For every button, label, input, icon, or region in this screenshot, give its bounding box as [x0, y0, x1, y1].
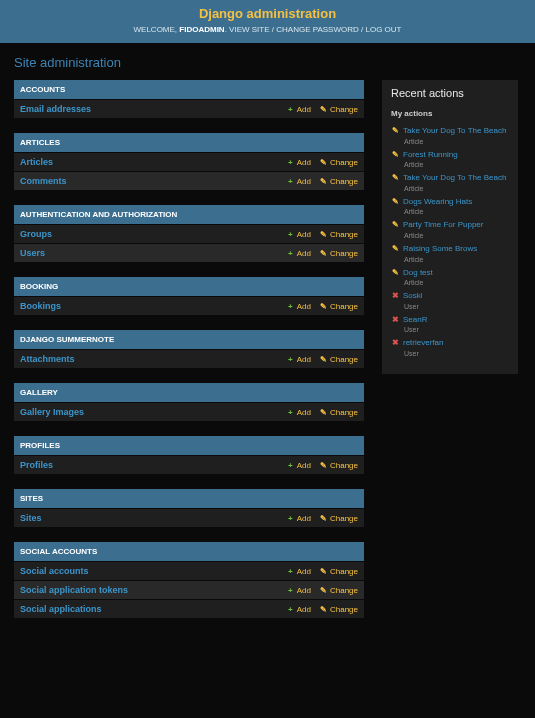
change-link[interactable]: ✎Change: [319, 249, 358, 258]
change-label: Change: [330, 177, 358, 186]
add-label: Add: [297, 586, 311, 595]
model-link[interactable]: Attachments: [20, 354, 278, 364]
recent-action-item: ✎Party Time For PupperArticle: [391, 220, 509, 239]
add-label: Add: [297, 158, 311, 167]
recent-action-link[interactable]: Take Your Dog To The Beach: [403, 173, 506, 183]
app-module: SOCIAL ACCOUNTSSocial accounts+Add✎Chang…: [14, 542, 364, 618]
pencil-icon: ✎: [319, 567, 328, 576]
add-label: Add: [297, 408, 311, 417]
delete-icon: ✖: [391, 291, 399, 301]
change-link[interactable]: ✎Change: [319, 408, 358, 417]
branding-link[interactable]: Django administration: [199, 6, 336, 21]
app-caption[interactable]: BOOKING: [14, 277, 364, 296]
model-row: Email addresses+Add✎Change: [14, 99, 364, 118]
model-row: Social applications+Add✎Change: [14, 599, 364, 618]
add-link[interactable]: +Add: [286, 355, 311, 364]
app-caption[interactable]: DJANGO SUMMERNOTE: [14, 330, 364, 349]
recent-action-link[interactable]: SeanR: [403, 315, 427, 325]
change-label: Change: [330, 567, 358, 576]
app-module: PROFILESProfiles+Add✎Change: [14, 436, 364, 474]
change-link[interactable]: ✎Change: [319, 158, 358, 167]
recent-action-item: ✎Dog testArticle: [391, 268, 509, 287]
change-password-link[interactable]: CHANGE PASSWORD: [276, 25, 359, 34]
app-caption[interactable]: ARTICLES: [14, 133, 364, 152]
app-caption[interactable]: SITES: [14, 489, 364, 508]
add-link[interactable]: +Add: [286, 461, 311, 470]
change-link[interactable]: ✎Change: [319, 355, 358, 364]
model-link[interactable]: Social applications: [20, 604, 278, 614]
change-link[interactable]: ✎Change: [319, 586, 358, 595]
add-label: Add: [297, 249, 311, 258]
pencil-icon: ✎: [319, 177, 328, 186]
view-site-link[interactable]: VIEW SITE: [229, 25, 269, 34]
recent-action-link[interactable]: Dogs Wearing Hats: [403, 197, 472, 207]
add-link[interactable]: +Add: [286, 302, 311, 311]
model-link[interactable]: Email addresses: [20, 104, 278, 114]
plus-icon: +: [286, 302, 295, 311]
add-link[interactable]: +Add: [286, 158, 311, 167]
add-link[interactable]: +Add: [286, 177, 311, 186]
page-title: Site administration: [14, 55, 521, 70]
change-link[interactable]: ✎Change: [319, 302, 358, 311]
add-link[interactable]: +Add: [286, 408, 311, 417]
recent-action-type: Article: [404, 185, 509, 192]
change-link[interactable]: ✎Change: [319, 230, 358, 239]
recent-actions-panel: Recent actions My actions ✎Take Your Dog…: [382, 80, 518, 374]
model-link[interactable]: Social accounts: [20, 566, 278, 576]
branding: Django administration: [0, 6, 535, 21]
header: Django administration WELCOME, FIDOADMIN…: [0, 0, 535, 43]
recent-action-type: Article: [404, 208, 509, 215]
change-link[interactable]: ✎Change: [319, 605, 358, 614]
main: ACCOUNTSEmail addresses+Add✎ChangeARTICL…: [14, 80, 521, 633]
model-link[interactable]: Gallery Images: [20, 407, 278, 417]
pencil-icon: ✎: [319, 249, 328, 258]
model-link[interactable]: Groups: [20, 229, 278, 239]
app-module: GALLERYGallery Images+Add✎Change: [14, 383, 364, 421]
recent-action-link[interactable]: Soski: [403, 291, 423, 301]
model-link[interactable]: Social application tokens: [20, 585, 278, 595]
change-link[interactable]: ✎Change: [319, 514, 358, 523]
model-link[interactable]: Comments: [20, 176, 278, 186]
pencil-icon: ✎: [319, 586, 328, 595]
change-label: Change: [330, 586, 358, 595]
add-link[interactable]: +Add: [286, 514, 311, 523]
pencil-icon: ✎: [319, 230, 328, 239]
recent-action-link[interactable]: Party Time For Pupper: [403, 220, 483, 230]
model-link[interactable]: Users: [20, 248, 278, 258]
model-row: Articles+Add✎Change: [14, 152, 364, 171]
model-link[interactable]: Bookings: [20, 301, 278, 311]
change-link[interactable]: ✎Change: [319, 177, 358, 186]
app-caption[interactable]: PROFILES: [14, 436, 364, 455]
pencil-icon: ✎: [391, 150, 399, 160]
change-link[interactable]: ✎Change: [319, 461, 358, 470]
app-caption[interactable]: SOCIAL ACCOUNTS: [14, 542, 364, 561]
add-link[interactable]: +Add: [286, 586, 311, 595]
pencil-icon: ✎: [391, 173, 399, 183]
add-link[interactable]: +Add: [286, 605, 311, 614]
app-caption[interactable]: GALLERY: [14, 383, 364, 402]
recent-action-link[interactable]: Forest Running: [403, 150, 458, 160]
recent-action-type: Article: [404, 161, 509, 168]
recent-action-link[interactable]: Take Your Dog To The Beach: [403, 126, 506, 136]
app-module: AUTHENTICATION AND AUTHORIZATIONGroups+A…: [14, 205, 364, 262]
pencil-icon: ✎: [319, 158, 328, 167]
model-row: Sites+Add✎Change: [14, 508, 364, 527]
add-link[interactable]: +Add: [286, 567, 311, 576]
add-link[interactable]: +Add: [286, 105, 311, 114]
model-link[interactable]: Sites: [20, 513, 278, 523]
change-link[interactable]: ✎Change: [319, 567, 358, 576]
model-row: Profiles+Add✎Change: [14, 455, 364, 474]
logout-link[interactable]: LOG OUT: [365, 25, 401, 34]
recent-action-link[interactable]: Dog test: [403, 268, 433, 278]
recent-action-link[interactable]: Raising Some Brows: [403, 244, 477, 254]
add-link[interactable]: +Add: [286, 249, 311, 258]
change-label: Change: [330, 408, 358, 417]
app-caption[interactable]: AUTHENTICATION AND AUTHORIZATION: [14, 205, 364, 224]
change-link[interactable]: ✎Change: [319, 105, 358, 114]
add-link[interactable]: +Add: [286, 230, 311, 239]
model-link[interactable]: Articles: [20, 157, 278, 167]
app-caption[interactable]: ACCOUNTS: [14, 80, 364, 99]
model-link[interactable]: Profiles: [20, 460, 278, 470]
recent-action-link[interactable]: retrieverfan: [403, 338, 443, 348]
content: Site administration ACCOUNTSEmail addres…: [0, 43, 535, 645]
